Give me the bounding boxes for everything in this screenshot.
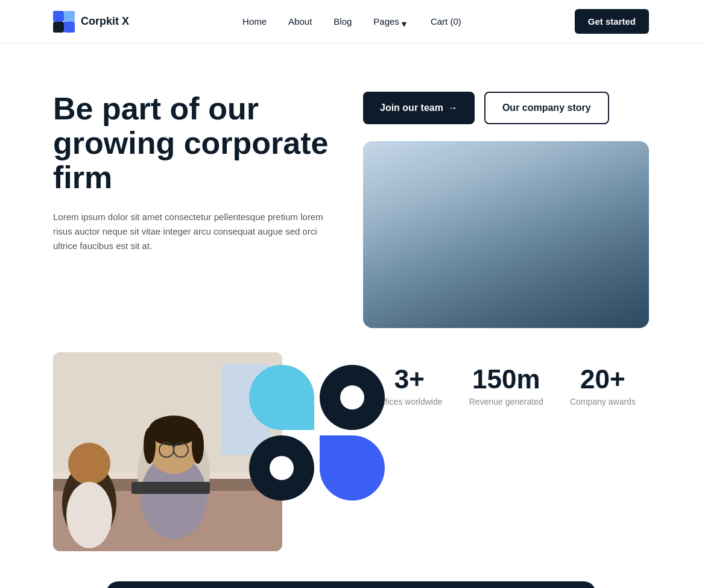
shape-dark-circle-2 [249, 435, 314, 501]
arrow-right-icon: → [448, 103, 458, 113]
images-shapes-row: 3+ Offices worldwide 150m Revenue genera… [0, 352, 702, 581]
stat-awards-value: 20+ [570, 364, 636, 394]
decorative-shapes [248, 364, 387, 503]
shape-cell-tr [319, 364, 385, 431]
stat-revenue-value: 150m [469, 364, 543, 394]
svg-point-32 [68, 443, 110, 485]
nav-links: Home About Blog Pages ▾ Cart (0) [242, 16, 461, 27]
shape-cell-bl [248, 435, 315, 501]
nav-cart[interactable]: Cart (0) [431, 16, 461, 27]
shape-cell-tl [248, 364, 315, 431]
logo-sq-tl [53, 11, 64, 22]
hero-right: Join our team → Our company story [363, 92, 649, 328]
chevron-down-icon: ▾ [402, 18, 409, 25]
left-photo-container [53, 352, 339, 557]
hero-cta-row: Join our team → Our company story [363, 92, 649, 124]
logo-text: Corpkit X [81, 15, 129, 28]
dark-section-wrapper: Why working [0, 581, 702, 588]
logo-sq-tr [64, 11, 75, 22]
hero-office-photo [363, 141, 649, 328]
nav-blog[interactable]: Blog [334, 16, 352, 27]
stat-awards: 20+ Company awards [570, 364, 636, 406]
shape-light-circle [249, 365, 314, 430]
svg-point-25 [144, 428, 156, 464]
logo[interactable]: Corpkit X [53, 11, 129, 33]
desk-person-svg [53, 352, 282, 551]
stat-revenue: 150m Revenue generated [469, 364, 543, 406]
hero-left: Be part of our growing corporate firm Lo… [53, 92, 339, 253]
hero-section: Be part of our growing corporate firm Lo… [0, 43, 702, 352]
stats-container: 3+ Offices worldwide 150m Revenue genera… [363, 352, 649, 419]
logo-sq-br [64, 22, 75, 33]
svg-point-26 [192, 428, 204, 464]
svg-point-33 [66, 482, 112, 548]
logo-icon [53, 11, 75, 33]
shape-blue-rect [320, 435, 385, 501]
hero-title: Be part of our growing corporate firm [53, 92, 339, 195]
office-photo-sim [363, 141, 649, 328]
get-started-button[interactable]: Get started [575, 9, 649, 34]
nav-home[interactable]: Home [242, 16, 267, 27]
nav-about[interactable]: About [288, 16, 312, 27]
shape-dark-inner-2 [270, 456, 294, 480]
nav-pages[interactable]: Pages ▾ [373, 16, 409, 27]
svg-point-24 [148, 416, 199, 446]
logo-sq-bl [53, 22, 64, 33]
shape-dark-circle-1 [320, 365, 385, 430]
shape-cell-br [319, 435, 385, 501]
stats-row: 3+ Offices worldwide 150m Revenue genera… [363, 352, 649, 419]
company-story-button[interactable]: Our company story [484, 92, 609, 124]
stat-revenue-label: Revenue generated [469, 397, 543, 406]
svg-rect-30 [131, 482, 210, 494]
dark-section: Why working [106, 581, 596, 588]
stat-awards-label: Company awards [570, 397, 636, 406]
navbar: Corpkit X Home About Blog Pages ▾ Cart (… [0, 0, 702, 43]
shape-dark-inner-1 [340, 385, 364, 409]
hero-description: Lorem ipsum dolor sit amet consectetur p… [53, 210, 339, 253]
join-team-button[interactable]: Join our team → [363, 92, 475, 124]
left-photo [53, 352, 282, 551]
office-bg [363, 141, 649, 328]
